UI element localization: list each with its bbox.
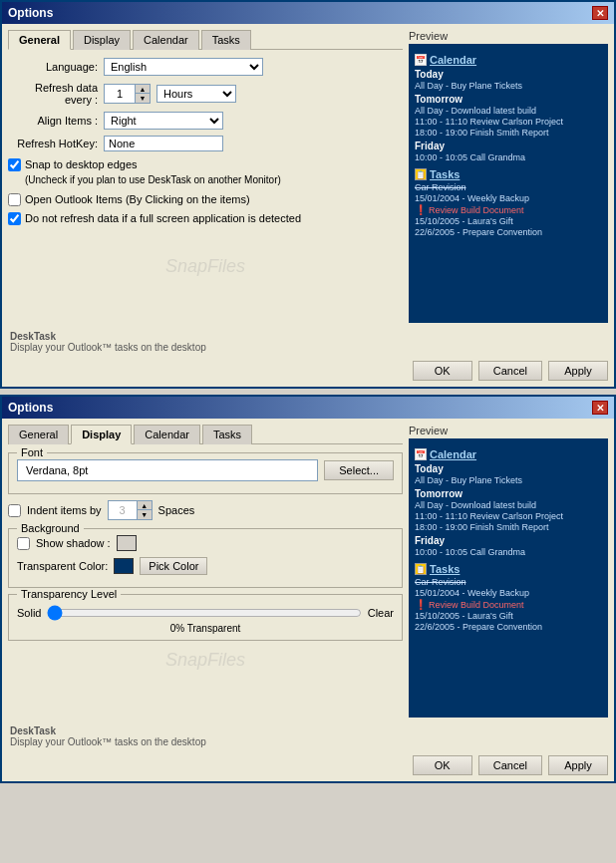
transparency-slider[interactable]	[47, 605, 361, 621]
friday-label-1: Friday	[415, 141, 602, 151]
tomorrow-item-2-3: 18:00 - 19:00 Finish Smith Report	[415, 522, 602, 532]
align-row: Align Items : Right Left Center	[8, 112, 403, 130]
align-select[interactable]: Right Left Center	[104, 112, 223, 130]
calendar-header-1: 📅 Calendar	[415, 54, 602, 66]
today-label-1: Today	[415, 69, 602, 80]
language-label: Language:	[8, 61, 98, 73]
tab-tasks-2[interactable]: Tasks	[202, 425, 252, 444]
task-item-2-2: ❗ Review Build Document	[415, 599, 602, 610]
apply-button-2[interactable]: Apply	[548, 755, 608, 775]
preview-panel-2: Preview 📅 Calendar Today All Day - Buy P…	[409, 425, 608, 718]
tab-general-2[interactable]: General	[8, 425, 69, 444]
ok-button-2[interactable]: OK	[413, 755, 472, 775]
task-item-1-3: 15/10/2005 - Laura's Gift	[415, 216, 602, 226]
transparency-section: Transparency Level Solid Clear 0% Transp…	[8, 594, 403, 641]
watermark-1: SnapFiles	[165, 256, 245, 277]
task-item-1-0: Car Revision	[415, 182, 602, 192]
pick-color-btn[interactable]: Pick Color	[140, 557, 207, 575]
window1-body: General Display Calendar Tasks Language:…	[2, 24, 614, 329]
refresh-unit-select[interactable]: Hours Minutes	[156, 85, 236, 103]
snap-label: Snap to desktop edges (Uncheck if you pl…	[25, 157, 281, 188]
options-window-1: Options ✕ General Display Calendar Tasks…	[0, 0, 616, 389]
snap-checkbox[interactable]	[8, 158, 21, 171]
tab-calendar-2[interactable]: Calendar	[134, 425, 200, 444]
transparent-color-row: Transparent Color: Pick Color	[17, 557, 394, 575]
preview-label-1: Preview	[409, 30, 608, 42]
shadow-row: Show shadow :	[17, 535, 394, 551]
left-panel-2: General Display Calendar Tasks Font Verd…	[8, 425, 403, 718]
font-display: Verdana, 8pt Select...	[17, 459, 394, 481]
close-button-1[interactable]: ✕	[592, 6, 608, 20]
preview-content-2: 📅 Calendar Today All Day - Buy Plane Tic…	[409, 438, 608, 718]
align-label: Align Items :	[8, 115, 98, 127]
slider-container: Solid Clear	[17, 605, 394, 621]
indent-checkbox[interactable]	[8, 504, 21, 517]
tasks-header-1: 📋 Tasks	[415, 168, 602, 180]
tab-general-1[interactable]: General	[8, 30, 71, 50]
close-button-2[interactable]: ✕	[592, 401, 608, 415]
indent-up[interactable]: ▲	[138, 501, 152, 510]
language-select[interactable]: English German French	[104, 58, 263, 76]
indent-unit: Spaces	[158, 504, 195, 516]
friday-item-1: 10:00 - 10:05 Call Grandma	[415, 152, 602, 162]
window2-body: General Display Calendar Tasks Font Verd…	[2, 419, 614, 723]
transparent-percent: 0% Transparent	[17, 623, 394, 634]
refresh-down[interactable]: ▼	[136, 94, 150, 103]
tab-tasks-1[interactable]: Tasks	[201, 30, 251, 50]
friday-label-2: Friday	[415, 535, 602, 546]
left-panel-1: General Display Calendar Tasks Language:…	[8, 30, 403, 323]
fullscreen-label: Do not refresh data if a full screen app…	[25, 211, 301, 226]
language-row: Language: English German French	[8, 58, 403, 76]
watermark-2: SnapFiles	[165, 650, 245, 671]
tab-display-1[interactable]: Display	[73, 30, 131, 50]
cancel-button-2[interactable]: Cancel	[478, 755, 542, 775]
transparent-color-label: Transparent Color:	[17, 560, 108, 572]
tasks-icon-1: 📋	[415, 168, 427, 180]
indent-label: Indent items by	[27, 504, 102, 516]
cancel-button-1[interactable]: Cancel	[478, 361, 542, 381]
indent-spinners: ▲ ▼	[137, 501, 152, 519]
options-window-2: Options ✕ General Display Calendar Tasks…	[0, 395, 616, 783]
hotkey-label: Refresh HotKey:	[8, 138, 98, 149]
transparency-title: Transparency Level	[17, 588, 121, 600]
tab-display-2[interactable]: Display	[71, 425, 132, 444]
indent-down[interactable]: ▼	[138, 510, 152, 519]
calendar-header-2: 📅 Calendar	[415, 448, 602, 460]
apply-button-1[interactable]: Apply	[548, 361, 608, 381]
outlook-checkbox[interactable]	[8, 193, 21, 206]
brand-2: DeskTask Display your Outlook™ tasks on …	[10, 725, 606, 747]
tasks-icon-2: 📋	[415, 563, 427, 575]
tab-calendar-1[interactable]: Calendar	[133, 30, 199, 50]
indent-value[interactable]	[109, 503, 137, 517]
refresh-row: Refresh data every : ▲ ▼ Hours Minutes	[8, 82, 403, 106]
watermark-area-2: SnapFiles	[8, 651, 403, 671]
refresh-label: Refresh data every :	[8, 82, 98, 106]
tomorrow-item-1: All Day - Download latest build	[415, 106, 602, 116]
task-item-1-1: 15/01/2004 - Weekly Backup	[415, 193, 602, 203]
refresh-value[interactable]	[105, 87, 135, 101]
shadow-label: Show shadow :	[36, 537, 111, 549]
indent-row: Indent items by ▲ ▼ Spaces	[8, 500, 403, 520]
indent-number-input: ▲ ▼	[108, 500, 153, 520]
checkbox1-row: Snap to desktop edges (Uncheck if you pl…	[8, 157, 403, 188]
fullscreen-checkbox[interactable]	[8, 212, 21, 225]
tasks-header-2: 📋 Tasks	[415, 563, 602, 575]
today-label-2: Today	[415, 463, 602, 474]
ok-button-1[interactable]: OK	[413, 361, 472, 381]
shadow-checkbox[interactable]	[17, 537, 30, 550]
tomorrow-item-3: 18:00 - 19:00 Finish Smith Report	[415, 128, 602, 138]
checkbox2-row: Open Outlook Items (By Clicking on the i…	[8, 192, 403, 207]
task-item-1-2: ❗ Review Build Document	[415, 204, 602, 215]
hotkey-input[interactable]	[104, 136, 223, 151]
task-item-2-4: 22/6/2005 - Prepare Convention	[415, 622, 602, 632]
tasks-section-1: 📋 Tasks Car Revision 15/01/2004 - Weekly…	[415, 168, 602, 237]
shadow-color-swatch	[117, 535, 137, 551]
task-item-2-0: Car Revision	[415, 577, 602, 587]
select-font-btn[interactable]: Select...	[324, 460, 394, 480]
friday-item-2: 10:00 - 10:05 Call Grandma	[415, 547, 602, 557]
font-value-box: Verdana, 8pt	[17, 459, 318, 481]
refresh-up[interactable]: ▲	[136, 85, 150, 94]
font-section: Font Verdana, 8pt Select...	[8, 452, 403, 494]
checkbox3-row: Do not refresh data if a full screen app…	[8, 211, 403, 226]
tomorrow-item-2-2: 11:00 - 11:10 Review Carlson Project	[415, 511, 602, 521]
